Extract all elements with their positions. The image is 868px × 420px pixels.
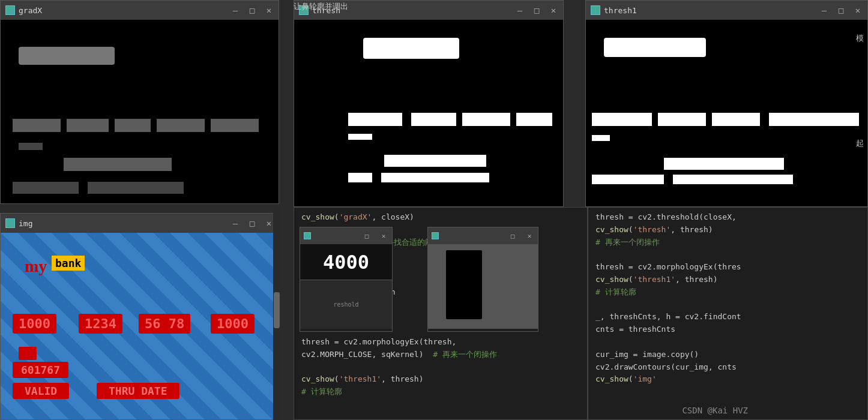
right-code-content: thresh = cv2.threshold(closeX, cv_show('… <box>588 208 867 389</box>
scrollbar[interactable] <box>273 207 280 420</box>
rcode-comment2: # 计算轮廓 <box>595 287 636 296</box>
rcode-line11: cv_show <box>595 374 628 383</box>
top-overlay-text: 让鼻轮廓并调出 <box>294 1 348 12</box>
thresh-window: thresh — □ ✕ <box>294 0 564 207</box>
small1-titlebar: □ ✕ <box>300 227 392 244</box>
thresh1-minimize[interactable]: — <box>819 5 829 15</box>
thresh-canvas <box>294 20 563 206</box>
thresh-controls[interactable]: — □ ✕ <box>515 5 558 15</box>
thresh1-maximize[interactable]: □ <box>836 5 846 15</box>
code-comment3: # 再来一个闭操作 <box>433 350 497 359</box>
rcode-line9: cur_img = image.copy() <box>595 350 699 359</box>
thresh-close[interactable]: ✕ <box>549 5 558 15</box>
img-window: img — □ ✕ my bank 1000 1234 56 78 1000 6… <box>0 213 279 420</box>
gradx-icon <box>5 5 15 15</box>
gradx-maximize[interactable]: □ <box>247 5 257 15</box>
rcode-line1: thresh = cv2.threshold(closeX, <box>595 212 737 221</box>
img-canvas: my bank 1000 1234 56 78 1000 601767 VALI… <box>1 233 279 419</box>
gradx-titlebar: gradX — □ ✕ <box>1 1 279 20</box>
small2-content <box>428 244 538 329</box>
gradx-canvas <box>1 20 279 203</box>
thresh-content <box>294 20 563 206</box>
gradx-window: gradX — □ ✕ <box>0 0 279 204</box>
small2-icon <box>432 232 439 239</box>
code-line6: thresh = cv2.morphologyEx(thresh, <box>301 337 456 346</box>
thresh1-close[interactable]: ✕ <box>853 5 863 15</box>
black-rectangle <box>446 250 482 319</box>
thresh1-window: thresh1 — □ ✕ <box>585 0 868 207</box>
thresh1-controls[interactable]: — □ ✕ <box>819 5 863 15</box>
small2-controls[interactable]: □ ✕ <box>508 232 534 240</box>
rcode-comment1: # 再来一个闭操作 <box>595 238 660 247</box>
small1-close[interactable]: ✕ <box>379 232 388 240</box>
small1-content: 4000 reshold <box>300 244 392 329</box>
rcode-line8: cnts = threshCnts <box>595 325 675 334</box>
small2-close[interactable]: ✕ <box>525 232 534 240</box>
rcode-line4: thresh = cv2.morphologyEx(thres <box>595 262 741 271</box>
thresh1-title: thresh1 <box>604 6 816 15</box>
csdn-watermark: CSDN @Kai HVZ <box>682 406 748 415</box>
img-minimize[interactable]: — <box>231 218 240 228</box>
rcode-line2: cv_show <box>595 225 628 234</box>
small1-maximize[interactable]: □ <box>362 232 372 240</box>
small1-bottom: reshold <box>300 280 392 329</box>
gradx-close[interactable]: ✕ <box>264 5 274 15</box>
small-window-1: □ ✕ 4000 reshold <box>300 227 393 332</box>
gradx-content <box>1 20 279 203</box>
img-controls[interactable]: — □ ✕ <box>231 218 274 228</box>
right-code-panel: thresh = cv2.threshold(closeX, cv_show('… <box>588 207 868 420</box>
small-window-2: □ ✕ <box>427 227 538 332</box>
number-display: 4000 <box>300 244 392 280</box>
thresh1-titlebar: thresh1 — □ ✕ <box>586 1 867 20</box>
code-line7: cv2.MORPH_CLOSE, sqKernel) <box>301 350 433 359</box>
thresh1-icon <box>591 5 600 15</box>
small1-controls[interactable]: □ ✕ <box>362 232 388 240</box>
code-line8: cv_show <box>301 374 334 383</box>
small2-titlebar: □ ✕ <box>428 227 538 244</box>
img-maximize[interactable]: □ <box>247 218 257 228</box>
rcode-line10: cv2.drawContours(cur_img, cnts <box>595 362 737 371</box>
thresh-minimize[interactable]: — <box>515 5 525 15</box>
thresh-maximize[interactable]: □ <box>532 5 541 15</box>
small1-label: reshold <box>333 301 358 308</box>
thresh1-canvas <box>586 20 867 206</box>
code-comment4: # 计算轮廓 <box>301 387 342 396</box>
thresh1-content <box>586 20 867 206</box>
gradx-title: gradX <box>19 6 227 15</box>
right-edge-text: 模 <box>856 33 868 44</box>
img-titlebar: img — □ ✕ <box>1 214 279 233</box>
gradx-minimize[interactable]: — <box>231 5 240 15</box>
img-close[interactable]: ✕ <box>264 218 274 228</box>
rcode-line5: cv_show <box>595 275 628 284</box>
gradx-controls[interactable]: — □ ✕ <box>231 5 274 15</box>
img-content: my bank 1000 1234 56 78 1000 601767 VALI… <box>1 233 279 419</box>
rcode-line7: _, threshCnts, h = cv2.findCont <box>595 312 741 321</box>
img-title: img <box>19 219 227 228</box>
code-line1: cv_show <box>301 212 334 221</box>
small1-icon <box>304 232 311 239</box>
scroll-thumb[interactable] <box>274 292 280 328</box>
img-icon <box>5 218 15 228</box>
right-edge-text2: 起 <box>856 138 868 149</box>
small2-maximize[interactable]: □ <box>508 232 517 240</box>
